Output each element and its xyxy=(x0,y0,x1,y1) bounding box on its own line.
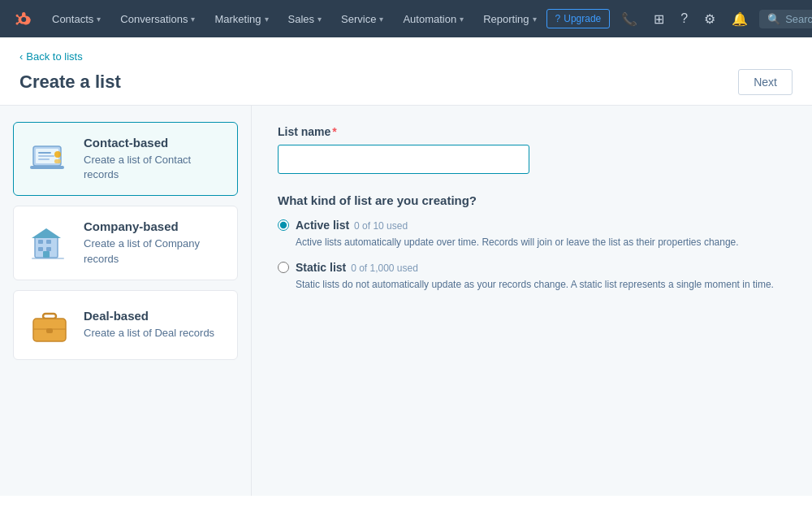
chevron-down-icon: ▾ xyxy=(97,15,101,24)
chevron-down-icon: ▾ xyxy=(533,15,537,24)
svg-rect-9 xyxy=(38,240,43,244)
chevron-down-icon: ▾ xyxy=(379,15,383,24)
nav-right-section: ? Upgrade 📞 ⊞ ? ⚙ 🔔 🔍 IS Inspired Spac ▾ xyxy=(546,3,812,34)
page-header: ‹ Back to lists Create a list Next xyxy=(0,37,812,106)
nav-service[interactable]: Service ▾ xyxy=(331,0,393,37)
active-list-badge: 0 of 10 used xyxy=(354,220,408,232)
nav-marketing[interactable]: Marketing ▾ xyxy=(205,0,278,37)
help-icon-button[interactable]: ? xyxy=(676,8,693,29)
body-layout: Contact-based Create a list of Contact r… xyxy=(0,106,812,496)
deal-based-text: Deal-based Create a list of Deal records xyxy=(84,309,214,341)
static-list-description: Static lists do not automatically update… xyxy=(296,277,786,292)
nav-contacts[interactable]: Contacts ▾ xyxy=(42,0,110,37)
page-title-row: Create a list Next xyxy=(19,69,793,95)
search-input[interactable] xyxy=(785,13,812,25)
chevron-down-icon: ▾ xyxy=(317,15,322,24)
svg-rect-14 xyxy=(43,251,50,258)
deal-based-card[interactable]: Deal-based Create a list of Deal records xyxy=(13,290,238,360)
nav-sales[interactable]: Sales ▾ xyxy=(279,0,332,37)
next-button[interactable]: Next xyxy=(738,69,793,95)
svg-rect-2 xyxy=(38,152,51,154)
hubspot-logo[interactable] xyxy=(13,9,32,28)
list-kind-question: What kind of list are you creating? xyxy=(278,193,786,207)
notifications-icon-button[interactable]: 🔔 xyxy=(727,8,753,30)
active-list-description: Active lists automatically update over t… xyxy=(296,235,786,249)
svg-rect-3 xyxy=(38,155,54,157)
chevron-down-icon: ▾ xyxy=(460,15,464,24)
static-list-option: Static list 0 of 1,000 used Static lists… xyxy=(278,261,786,292)
chevron-down-icon: ▾ xyxy=(265,15,269,24)
svg-point-6 xyxy=(54,151,61,158)
svg-marker-13 xyxy=(32,228,61,238)
required-marker: * xyxy=(332,125,336,138)
form-panel: List name* What kind of list are you cre… xyxy=(252,106,812,496)
svg-rect-7 xyxy=(54,159,61,163)
svg-rect-15 xyxy=(32,258,64,259)
svg-rect-11 xyxy=(38,247,43,251)
nav-automation[interactable]: Automation ▾ xyxy=(393,0,473,37)
marketplace-icon-button[interactable]: ⊞ xyxy=(649,8,669,30)
contact-based-icon xyxy=(28,138,71,180)
page-title: Create a list xyxy=(19,72,121,93)
company-based-icon xyxy=(28,222,71,264)
svg-rect-16 xyxy=(43,314,56,319)
static-list-label[interactable]: Static list 0 of 1,000 used xyxy=(296,261,418,274)
list-name-label: List name* xyxy=(278,125,786,138)
active-list-radio[interactable] xyxy=(278,219,289,231)
static-list-badge: 0 of 1,000 used xyxy=(351,263,418,274)
search-icon: 🔍 xyxy=(767,13,780,25)
active-list-label[interactable]: Active list 0 of 10 used xyxy=(296,219,408,232)
contact-based-card[interactable]: Contact-based Create a list of Contact r… xyxy=(13,122,238,196)
settings-icon-button[interactable]: ⚙ xyxy=(699,8,720,30)
back-to-lists-link[interactable]: ‹ Back to lists xyxy=(19,50,793,63)
list-type-panel: Contact-based Create a list of Contact r… xyxy=(0,106,252,496)
contact-based-text: Contact-based Create a list of Contact r… xyxy=(84,136,222,182)
search-bar[interactable]: 🔍 xyxy=(759,10,812,28)
company-based-card[interactable]: Company-based Create a list of Company r… xyxy=(13,206,238,280)
static-list-radio[interactable] xyxy=(278,262,289,273)
active-list-option: Active list 0 of 10 used Active lists au… xyxy=(278,219,786,249)
svg-rect-12 xyxy=(46,247,51,251)
nav-conversations[interactable]: Conversations ▾ xyxy=(110,0,205,37)
deal-based-icon xyxy=(28,304,71,346)
top-navigation: Contacts ▾ Conversations ▾ Marketing ▾ S… xyxy=(0,0,812,37)
list-name-input[interactable] xyxy=(278,145,529,174)
svg-rect-4 xyxy=(38,158,50,160)
chevron-down-icon: ▾ xyxy=(191,15,195,24)
nav-links: Contacts ▾ Conversations ▾ Marketing ▾ S… xyxy=(42,0,546,37)
svg-rect-19 xyxy=(33,328,66,330)
back-chevron-icon: ‹ xyxy=(19,50,23,63)
phone-icon-button[interactable]: 📞 xyxy=(616,8,642,30)
svg-rect-10 xyxy=(46,240,51,244)
company-based-text: Company-based Create a list of Company r… xyxy=(84,219,222,266)
svg-rect-5 xyxy=(30,166,64,169)
upgrade-button[interactable]: ? Upgrade xyxy=(546,9,611,28)
main-content: ‹ Back to lists Create a list Next xyxy=(0,37,812,512)
nav-reporting[interactable]: Reporting ▾ xyxy=(473,0,546,37)
